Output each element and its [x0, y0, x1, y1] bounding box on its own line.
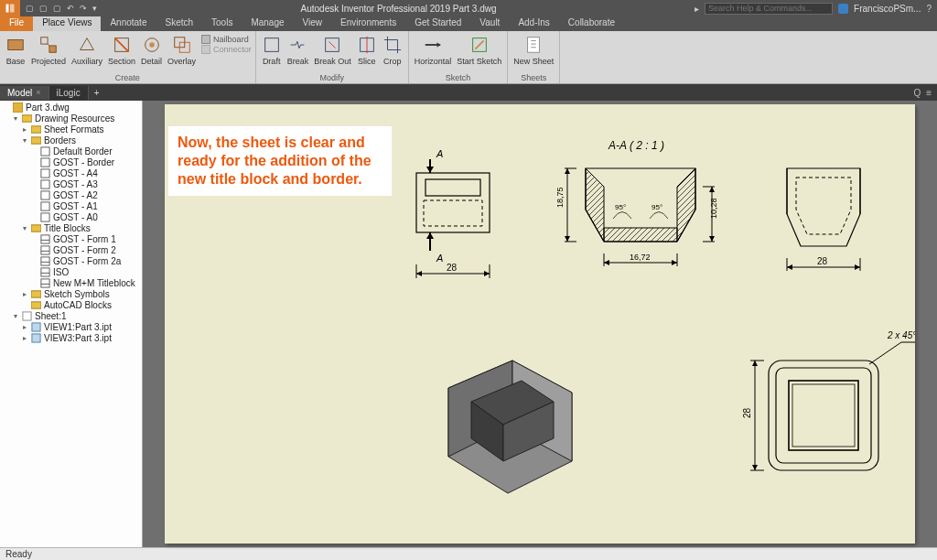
break-button[interactable]: Break [285, 33, 311, 73]
view-bottom-right[interactable]: 28 2 x 45° [742, 330, 915, 470]
panel-search-icon[interactable]: Q [913, 88, 921, 98]
tab-tools[interactable]: Tools [202, 16, 242, 31]
overlay-button[interactable]: Overlay [166, 33, 198, 73]
tree-sheet-formats[interactable]: Sheet Formats [44, 124, 104, 135]
tab-get-started[interactable]: Get Started [405, 16, 470, 31]
tab-collaborate[interactable]: Collaborate [559, 16, 624, 31]
projected-button[interactable]: Projected [29, 33, 68, 73]
draft-button[interactable]: Draft [260, 33, 284, 73]
panel-menu-icon[interactable]: ≡ [926, 88, 932, 98]
toggle-sheet1[interactable]: ▾ [11, 312, 19, 320]
svg-rect-45 [23, 312, 31, 320]
detail-button[interactable]: Detail [139, 33, 164, 73]
break-icon [287, 35, 307, 55]
toggle-view3[interactable]: ▸ [20, 334, 28, 342]
user-name[interactable]: FranciscoPSm... [854, 4, 921, 14]
svg-rect-51 [425, 179, 480, 196]
view-section-aa[interactable]: A-A ( 2 : 1 ) 95° 95° 18,75 [555, 139, 718, 266]
draft-icon [262, 35, 282, 55]
tree-item[interactable]: GOST - Border [53, 157, 114, 167]
drawing-canvas[interactable]: Now, the sheet is clear and ready for th… [143, 101, 937, 547]
close-icon[interactable]: × [36, 88, 40, 97]
toggle-view1[interactable]: ▸ [20, 323, 28, 331]
toggle-drawing-resources[interactable]: ▾ [11, 114, 19, 123]
svg-marker-54 [426, 232, 434, 239]
horizontal-button[interactable]: Horizontal [413, 33, 454, 73]
view-icon [31, 333, 41, 343]
tree-title-blocks[interactable]: Title Blocks [44, 223, 91, 233]
tree-item[interactable]: VIEW1:Part 3.ipt [44, 322, 112, 332]
qat-undo-icon[interactable]: ↶ [67, 4, 74, 13]
tab-addins[interactable]: Add-Ins [509, 16, 558, 31]
app-logo[interactable] [0, 0, 20, 16]
tree-borders[interactable]: Borders [44, 135, 76, 145]
tree-drawing-resources[interactable]: Drawing Resources [35, 113, 114, 124]
search-icon[interactable]: ▸ [695, 4, 699, 14]
svg-marker-63 [565, 168, 570, 174]
tab-ilogic[interactable]: iLogic [49, 86, 89, 100]
breakout-button[interactable]: Break Out [312, 33, 353, 73]
add-panel-button[interactable]: + [89, 88, 105, 98]
tree-item[interactable]: GOST - A0 [53, 212, 98, 222]
qat-redo-icon[interactable]: ↷ [80, 4, 87, 13]
help-icon[interactable]: ? [926, 4, 932, 14]
drawing-views: A A 28 A-A ( 2 : 1 ) [165, 104, 915, 544]
tree-item[interactable]: GOST - A4 [53, 168, 98, 178]
tab-view[interactable]: View [294, 16, 332, 31]
tree-item[interactable]: GOST - A2 [53, 190, 98, 200]
chamfer-note: 2 x 45° [887, 330, 915, 340]
tree-item[interactable]: VIEW3:Part 3.ipt [44, 333, 112, 343]
tree-item[interactable]: Default Border [53, 146, 112, 156]
connector-button[interactable]: Connector [201, 45, 252, 54]
tab-file[interactable]: File [0, 16, 33, 31]
tab-environments[interactable]: Environments [331, 16, 405, 31]
quick-access-toolbar: ▢ ▢ ▢ ↶ ↷ ▾ [20, 4, 102, 13]
slice-button[interactable]: Slice [355, 33, 379, 73]
tree-item[interactable]: GOST - A3 [53, 179, 98, 189]
tree-sketch-symbols[interactable]: Sketch Symbols [44, 289, 110, 299]
tree-root[interactable]: Part 3.dwg [26, 102, 70, 113]
tree-autocad-blocks[interactable]: AutoCAD Blocks [44, 300, 112, 310]
view-isometric[interactable] [448, 361, 572, 493]
new-sheet-button[interactable]: New Sheet [512, 33, 555, 73]
toggle-borders[interactable]: ▾ [20, 136, 28, 145]
auxiliary-button[interactable]: Auxiliary [70, 33, 104, 73]
svg-marker-64 [565, 236, 570, 242]
svg-line-95 [869, 342, 901, 364]
svg-rect-39 [41, 268, 49, 276]
qat-new-icon[interactable]: ▢ [26, 4, 34, 13]
tree-item[interactable]: New M+M Titleblock [53, 278, 135, 288]
tab-model[interactable]: Model× [0, 86, 49, 100]
tree-item[interactable]: GOST - Form 2 [53, 245, 116, 255]
tab-vault[interactable]: Vault [470, 16, 509, 31]
model-browser[interactable]: ▸Part 3.dwg ▾Drawing Resources ▸Sheet Fo… [0, 101, 143, 547]
tree-item[interactable]: GOST - A1 [53, 201, 98, 211]
qat-more-icon[interactable]: ▾ [92, 4, 97, 13]
base-icon [5, 35, 26, 55]
tab-annotate[interactable]: Annotate [101, 16, 156, 31]
tab-place-views[interactable]: Place Views [33, 16, 101, 31]
tree-item[interactable]: GOST - Form 2a [53, 256, 121, 266]
help-search-input[interactable] [705, 3, 833, 15]
qat-open-icon[interactable]: ▢ [39, 4, 48, 13]
tree-item[interactable]: ISO [53, 267, 69, 277]
toggle-title-blocks[interactable]: ▾ [20, 224, 28, 232]
drawing-sheet[interactable]: Now, the sheet is clear and ready for th… [165, 104, 915, 544]
base-button[interactable]: Base [4, 33, 27, 73]
tree-item[interactable]: GOST - Form 1 [53, 234, 116, 244]
tab-manage[interactable]: Manage [242, 16, 293, 31]
section-button[interactable]: Section [106, 33, 137, 73]
qat-save-icon[interactable]: ▢ [53, 4, 61, 13]
create-side-panel: Nailboard Connector [199, 33, 252, 73]
nailboard-button[interactable]: Nailboard [201, 35, 252, 44]
user-avatar[interactable] [838, 4, 848, 14]
view-right[interactable]: 28 [787, 168, 860, 271]
crop-button[interactable]: Crop [381, 33, 404, 73]
tab-sketch[interactable]: Sketch [156, 16, 202, 31]
tree-sheet1[interactable]: Sheet:1 [35, 311, 66, 321]
start-sketch-button[interactable]: Start Sketch [455, 33, 503, 73]
toggle-sketch-symbols[interactable]: ▸ [20, 290, 28, 298]
angle-95a: 95° [615, 203, 626, 211]
toggle-sheet-formats[interactable]: ▸ [20, 125, 28, 134]
view1-top[interactable]: A A 28 [416, 148, 490, 278]
